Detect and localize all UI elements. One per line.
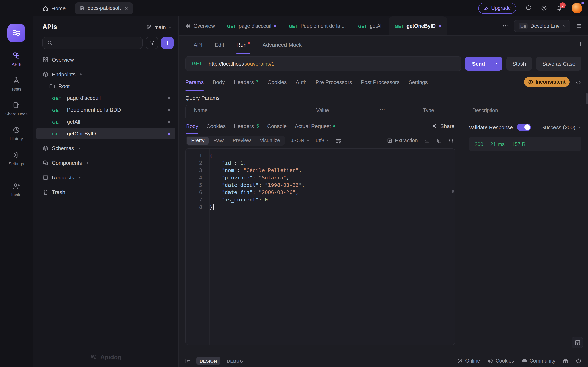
project-tab[interactable]: docs-pabiosoft <box>75 2 133 14</box>
tree-item-getonebyid[interactable]: GETgetOneByID <box>36 128 175 140</box>
copy-button[interactable] <box>436 138 442 144</box>
avatar[interactable] <box>572 3 582 13</box>
tree-item-getall[interactable]: GETgetAll <box>36 116 175 128</box>
gear-icon <box>541 5 547 11</box>
rail-item-invite[interactable]: Invite <box>2 183 31 197</box>
extraction-button[interactable]: Extraction <box>387 138 418 143</box>
request-tab-post-processors[interactable]: Post Processors <box>361 73 399 91</box>
modified-dot <box>168 97 170 99</box>
endpoint-tab-overview[interactable]: Overview <box>179 16 221 35</box>
line-number: 1 <box>186 152 202 159</box>
rail-item-history[interactable]: History <box>2 126 31 141</box>
share-button[interactable]: Share <box>432 123 454 129</box>
help-button[interactable] <box>576 358 581 364</box>
layout-toggle-button[interactable] <box>575 41 581 49</box>
line-content: "province": "Solaria", <box>209 174 289 182</box>
design-mode-button[interactable]: DESIGN <box>196 357 220 364</box>
stash-button[interactable]: Stash <box>506 57 532 71</box>
environment-selector[interactable]: De Develop Env <box>514 20 571 32</box>
tree-item-schemas[interactable]: Schemas <box>36 142 175 154</box>
endpoint-tab-page-d-acceuil[interactable]: GETpage d'acceuil <box>221 16 283 35</box>
page-tab-advanced-mock[interactable]: Advanced Mock <box>263 36 302 54</box>
format-value: JSON <box>291 138 304 143</box>
view-mode-raw[interactable]: Raw <box>209 137 228 145</box>
request-tab-headers[interactable]: Headers7 <box>234 73 259 91</box>
notifications-button[interactable]: 3 <box>556 5 563 11</box>
url-input[interactable]: GET http://localhost/souverains/1 <box>185 56 461 71</box>
wrap-text-button[interactable] <box>336 138 342 144</box>
response-tab-headers[interactable]: Headers5 <box>234 118 259 134</box>
response-tab-actual-request[interactable]: Actual Request <box>295 118 335 134</box>
endpoint-tab-getall[interactable]: GETgetAll <box>352 16 389 35</box>
refresh-button[interactable] <box>525 5 532 11</box>
home-label: Home <box>52 5 66 11</box>
response-tab-cookies[interactable]: Cookies <box>207 118 226 134</box>
page-tab-api[interactable]: API <box>194 36 203 54</box>
validate-result-select[interactable]: Success (200) <box>541 124 581 130</box>
cookies-button[interactable]: Cookies <box>487 358 514 364</box>
validate-toggle[interactable] <box>517 124 531 131</box>
request-url: http://localhost/souverains/1 <box>209 60 274 67</box>
filter-button[interactable] <box>146 37 158 49</box>
tree-item-endpoints[interactable]: Endpoints <box>36 68 175 80</box>
layout-grid-button[interactable] <box>572 337 583 348</box>
tree-item-trash[interactable]: Trash <box>36 186 175 198</box>
tree-item-components[interactable]: Components <box>36 157 175 169</box>
apidog-logo[interactable] <box>7 24 25 42</box>
encoding-select[interactable]: utf8 <box>316 138 330 143</box>
bulk-edit-button[interactable]: ··· <box>380 106 385 113</box>
download-button[interactable] <box>424 138 430 144</box>
view-mode-visualize[interactable]: Visualize <box>256 137 284 145</box>
request-tab-params[interactable]: Params <box>185 73 204 91</box>
page-tab-run[interactable]: Run <box>236 36 250 54</box>
request-tab-settings[interactable]: Settings <box>408 73 428 91</box>
endpoint-tab-getonebyid[interactable]: GETgetOneByID <box>389 16 447 35</box>
request-tab-auth[interactable]: Auth <box>296 73 307 91</box>
send-button[interactable]: Send <box>465 57 502 71</box>
more-tabs-button[interactable] <box>502 23 508 29</box>
rail-item-tests[interactable]: Tests <box>2 77 31 91</box>
online-status[interactable]: Online <box>457 358 480 364</box>
view-mode-pretty[interactable]: Pretty <box>187 137 208 145</box>
tree-item-peuplement-de-la-bdd[interactable]: GETPeuplement de la BDD <box>36 104 175 116</box>
branch-selector[interactable]: main <box>146 24 172 30</box>
gift-button[interactable] <box>563 358 568 364</box>
rail-item-share-docs[interactable]: Share Docs <box>2 101 31 116</box>
apis-icon <box>13 52 20 59</box>
tab-list-button[interactable] <box>576 23 582 29</box>
send-dropdown[interactable] <box>492 57 502 71</box>
rail-item-settings[interactable]: Settings <box>2 151 31 166</box>
search-body-button[interactable] <box>448 138 454 144</box>
tree-item-root[interactable]: Root <box>36 80 175 92</box>
tree-item-requests[interactable]: Requests <box>36 172 175 184</box>
settings-button[interactable] <box>541 5 547 11</box>
request-tab-body[interactable]: Body <box>213 73 225 91</box>
main-scrollbar[interactable] <box>586 93 588 104</box>
format-select[interactable]: JSON <box>291 138 310 143</box>
request-tab-cookies[interactable]: Cookies <box>268 73 287 91</box>
request-tab-pre-processors[interactable]: Pre Processors <box>316 73 352 91</box>
add-button[interactable] <box>161 37 173 49</box>
toggle-knob <box>524 124 530 130</box>
modified-dot <box>274 25 277 27</box>
debug-mode-button[interactable]: DEBUG <box>225 357 245 364</box>
collapse-sidebar-button[interactable] <box>185 358 191 364</box>
inconsistent-badge[interactable]: Inconsistent <box>524 77 570 87</box>
view-mode-preview[interactable]: Preview <box>228 137 255 145</box>
save-as-case-button[interactable]: Save as Case <box>536 57 581 71</box>
tree-item-page-d-acceuil[interactable]: GETpage d'acceuil <box>36 92 175 104</box>
search-input[interactable] <box>56 40 138 46</box>
tree-item-overview[interactable]: Overview <box>36 54 175 66</box>
home-button[interactable]: Home <box>43 5 66 11</box>
rail-item-apis[interactable]: APIs <box>2 52 31 67</box>
page-tab-edit[interactable]: Edit <box>215 36 224 54</box>
close-icon[interactable] <box>124 6 129 10</box>
community-button[interactable]: Community <box>521 358 555 364</box>
response-body-editor[interactable]: 1{2 "id": 1,3 "nom": "Cécile Pelletier",… <box>185 149 455 345</box>
code-view-button[interactable] <box>575 79 581 85</box>
line-number: 4 <box>186 174 202 182</box>
endpoint-tab-peuplement-de-la[interactable]: GETPeuplement de la ... <box>283 16 352 35</box>
upgrade-button[interactable]: Upgrade <box>478 3 516 14</box>
response-tab-body[interactable]: Body <box>186 118 198 134</box>
response-tab-console[interactable]: Console <box>267 118 287 134</box>
